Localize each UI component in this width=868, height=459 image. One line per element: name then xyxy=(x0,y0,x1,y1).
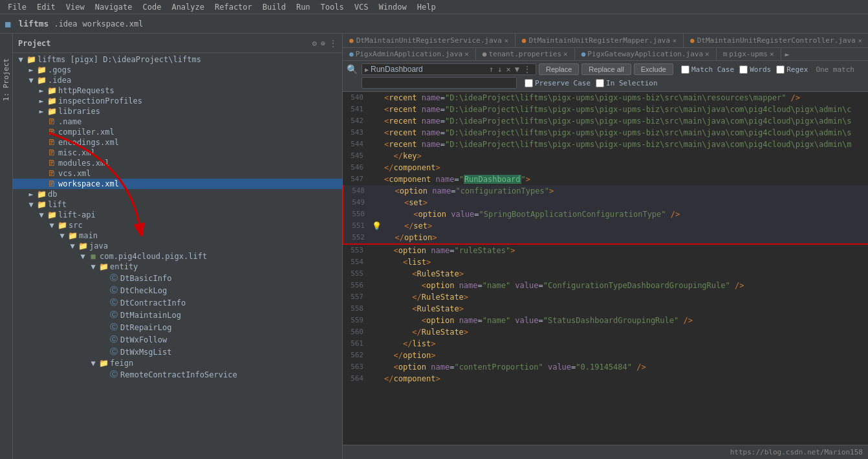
tab-dt-register-controller[interactable]: ● DtMaintainUnitRegisterController.java … xyxy=(684,34,868,47)
expand-icon: ▼ xyxy=(36,210,47,219)
nav-back-btn[interactable]: ↑ xyxy=(487,65,495,74)
props-dot: ● xyxy=(483,50,487,58)
list-item[interactable]: 🖹 modules.xml xyxy=(13,158,342,168)
more-tabs-indicator[interactable]: ► xyxy=(781,50,794,59)
replace-input[interactable] xyxy=(365,78,481,87)
list-item[interactable]: ► 📁 inspectionProfiles xyxy=(13,96,342,106)
project-name: liftms xyxy=(18,19,49,28)
list-item[interactable]: Ⓒ DtContractInfo xyxy=(13,297,342,309)
in-selection-checkbox[interactable]: In Selection xyxy=(596,79,657,87)
close-icon[interactable]: ✕ xyxy=(464,50,469,58)
list-item[interactable]: Ⓒ DtBasicInfo xyxy=(13,272,342,284)
menu-edit[interactable]: Edit xyxy=(32,1,61,13)
menu-analyze[interactable]: Analyze xyxy=(166,1,210,13)
module-name: .idea xyxy=(54,19,77,28)
preserve-case-input[interactable] xyxy=(525,79,533,87)
gear-icon[interactable]: ⋮ xyxy=(329,39,337,48)
list-item[interactable]: 🖹 .name xyxy=(13,117,342,127)
list-item[interactable]: Ⓒ DtWxMsgList xyxy=(13,346,342,358)
expand-icon: ▼ xyxy=(88,359,98,368)
list-item[interactable]: ► 📁 db xyxy=(13,189,342,199)
xml-file-icon: 🖹 xyxy=(47,159,57,168)
close-icon[interactable]: ✕ xyxy=(563,50,568,58)
tab-tenant-props[interactable]: ● tenant.properties ✕ xyxy=(476,48,575,60)
line-number: 556 xyxy=(343,280,369,291)
tree-item-label: vcs.xml xyxy=(57,169,91,178)
close-icon[interactable]: ✕ xyxy=(770,50,774,58)
line-number: 549 xyxy=(344,197,370,208)
list-item[interactable]: 🖹 workspace.xml xyxy=(13,179,342,189)
menu-refactor[interactable]: Refactor xyxy=(210,1,257,13)
expand-icon[interactable]: ⊕ xyxy=(321,39,325,48)
list-item[interactable]: ▼ 📁 liftms [pigx] D:\ideaProject\liftms xyxy=(13,54,342,65)
tree-item-label: misc.xml xyxy=(57,148,96,157)
line-number: 560 xyxy=(343,326,369,338)
list-item[interactable]: ► 📁 libraries xyxy=(13,106,342,117)
tab-dt-register-service[interactable]: ● DtMaintainUnitRegisterService.java ✕ xyxy=(343,34,515,47)
list-item[interactable]: ▼ 📁 entity xyxy=(13,262,342,272)
list-item[interactable]: Ⓒ DtWxFollow xyxy=(13,333,342,346)
menu-view[interactable]: View xyxy=(61,1,90,13)
menu-file[interactable]: File xyxy=(3,1,32,13)
list-item[interactable]: ► 📁 httpRequests xyxy=(13,85,342,96)
in-selection-input[interactable] xyxy=(596,79,604,87)
close-icon[interactable]: ✕ xyxy=(673,37,677,44)
words-input[interactable] xyxy=(739,65,748,74)
list-item[interactable]: 🖹 encodings.xml xyxy=(13,137,342,148)
list-item[interactable]: ► 📁 .gogs xyxy=(13,65,342,75)
replace-row: 🔍 Preserve Case In Selection xyxy=(347,77,864,89)
code-editor[interactable]: 540 <recent name="D:\ideaProject\liftms\… xyxy=(343,92,868,445)
tab-dt-register-mapper[interactable]: ● DtMaintainUnitRegisterMapper.java ✕ xyxy=(515,34,684,47)
menu-window[interactable]: Window xyxy=(373,1,411,13)
regex-input[interactable] xyxy=(776,65,785,74)
list-item[interactable]: ▼ 📁 java xyxy=(13,241,342,251)
match-case-input[interactable] xyxy=(681,65,689,74)
list-item[interactable]: Ⓒ DtRepairLog xyxy=(13,321,342,333)
filter-icon[interactable]: ▼ xyxy=(513,65,521,74)
menu-build[interactable]: Build xyxy=(257,1,291,13)
tab-pigx-gateway[interactable]: ● PigxGatewayApplication.java ✕ xyxy=(575,48,717,60)
list-item[interactable]: 🖹 vcs.xml xyxy=(13,168,342,179)
menu-run[interactable]: Run xyxy=(291,1,316,13)
project-vertical-tab[interactable]: 1: Project xyxy=(0,53,12,106)
replace-button[interactable]: Replace xyxy=(539,63,579,75)
list-item[interactable]: ▼ 📁 lift xyxy=(13,199,342,210)
exclude-button[interactable]: Exclude xyxy=(634,63,673,75)
list-item[interactable]: 🖹 misc.xml xyxy=(13,148,342,158)
preserve-case-checkbox[interactable]: Preserve Case xyxy=(525,79,591,87)
nav-close-btn[interactable]: ✕ xyxy=(505,65,513,74)
list-item[interactable]: Ⓒ DtMaintainLog xyxy=(13,309,342,321)
close-icon[interactable]: ✕ xyxy=(858,37,862,44)
list-item[interactable]: ▼ 📁 main xyxy=(13,230,342,241)
search-input[interactable] xyxy=(371,65,487,74)
menu-vcs[interactable]: VCS xyxy=(349,1,374,13)
tab-pigx-admin[interactable]: ● PigxAdminApplication.java ✕ xyxy=(343,48,476,60)
list-item[interactable]: ▼ 📁 feign xyxy=(13,358,342,368)
menu-code[interactable]: Code xyxy=(138,1,167,13)
menu-navigate[interactable]: Navigate xyxy=(90,1,138,13)
list-item[interactable]: Ⓒ DtCheckLog xyxy=(13,284,342,297)
menu-help[interactable]: Help xyxy=(412,1,441,13)
list-item[interactable]: ▼ 📁 lift-api xyxy=(13,210,342,220)
lamp-icon[interactable]: 💡 xyxy=(372,220,382,232)
nav-fwd-btn[interactable]: ↓ xyxy=(495,65,504,74)
list-item[interactable]: 🖹 compiler.xml xyxy=(13,127,342,137)
menu-tools[interactable]: Tools xyxy=(316,1,349,13)
list-item[interactable]: Ⓒ RemoteContractInfoService xyxy=(13,368,342,381)
code-line-547: 547 <component name="RunDashboard"> xyxy=(343,174,868,185)
folder-icon: 📁 xyxy=(67,231,78,240)
words-checkbox[interactable]: Words xyxy=(739,65,771,74)
match-case-checkbox[interactable]: Match Case xyxy=(681,65,734,74)
file-tree: ▼ 📁 liftms [pigx] D:\ideaProject\liftms … xyxy=(13,53,342,459)
close-icon[interactable]: ✕ xyxy=(705,50,710,58)
settings-icon[interactable]: ⚙ xyxy=(312,39,317,48)
list-item[interactable]: ▼ ■ com.pig4cloud.pigx.lift xyxy=(13,251,342,262)
tab-pigx-upms[interactable]: m pigx-upms ✕ xyxy=(717,48,781,60)
list-item[interactable]: ▼ 📁 src xyxy=(13,220,342,230)
code-content: <component name="RunDashboard"> xyxy=(382,174,868,185)
close-icon[interactable]: ✕ xyxy=(505,37,508,44)
regex-checkbox[interactable]: Regex xyxy=(776,65,808,74)
options-icon[interactable]: ⋮ xyxy=(521,65,533,74)
replace-all-button[interactable]: Replace all xyxy=(581,63,631,75)
list-item[interactable]: ▼ 📁 .idea xyxy=(13,75,342,85)
